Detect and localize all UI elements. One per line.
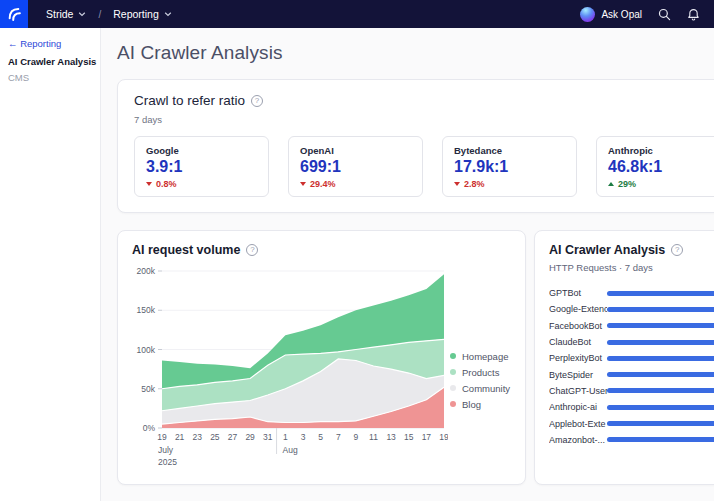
notifications-button[interactable] [687, 8, 700, 21]
stat-value: 17.9k:1 [454, 158, 565, 176]
crawler-card-subtitle: HTTP Requests · 7 days [549, 262, 714, 273]
sidebar-cms-label: CMS [8, 72, 94, 83]
stat-delta: 2.8% [454, 179, 565, 189]
crawler-bot-label: ByteSpider [549, 370, 607, 380]
svg-text:11: 11 [369, 432, 378, 442]
topbar-actions: Ask Opal [580, 7, 714, 22]
crawler-bot-label: Amazonbot-... [549, 435, 607, 445]
svg-text:2025: 2025 [158, 457, 177, 467]
stat-delta: 0.8% [146, 179, 257, 189]
crawler-bar-row: FacebookBot [549, 318, 714, 334]
stat-label: Bytedance [454, 145, 565, 156]
ratio-card-title: Crawl to refer ratio [134, 93, 245, 108]
crawler-bar-list: GPTBotGoogle-ExtencFacebookBotClaudeBotP… [549, 285, 714, 448]
stat-delta-value: 2.8% [464, 179, 485, 189]
search-icon [658, 8, 671, 21]
crawler-bot-label: ClaudeBot [549, 337, 607, 347]
stats-row: Google3.9:10.8%OpenAI699:129.4%Bytedance… [134, 136, 714, 197]
legend-item-community[interactable]: Community [450, 383, 510, 394]
breadcrumb-divider: / [98, 9, 101, 20]
charts-row: AI request volume ? 0%50k100k150k200k192… [117, 230, 714, 485]
main-content: AI Crawler Analysis Crawl to refer ratio… [101, 28, 714, 485]
help-icon[interactable]: ? [251, 95, 263, 107]
crawler-bot-label: Google-Extenc [549, 304, 607, 314]
crawler-bar-track [607, 372, 714, 377]
help-icon[interactable]: ? [671, 244, 683, 256]
stat-delta: 29% [608, 179, 714, 189]
crawler-bar [607, 291, 714, 296]
ai-request-volume-card: AI request volume ? 0%50k100k150k200k192… [117, 230, 526, 485]
sidebar-item-ai-crawler-analysis[interactable]: AI Crawler Analysis [8, 56, 94, 67]
delta-down-icon [454, 182, 460, 186]
delta-down-icon [300, 182, 306, 186]
main-area: AI Crawler Analysis Crawl to refer ratio… [101, 28, 714, 501]
workspace-menu-button[interactable]: Stride [40, 4, 92, 24]
stat-delta: 29.4% [300, 179, 411, 189]
legend-dot-icon [450, 353, 456, 359]
legend-item-products[interactable]: Products [450, 367, 510, 378]
crawler-bar-track [607, 405, 714, 410]
stat-value: 46.8k:1 [608, 158, 714, 176]
crawler-bot-label: GPTBot [549, 288, 607, 298]
stat-delta-value: 29% [618, 179, 636, 189]
svg-text:31: 31 [263, 432, 273, 442]
crawler-bar-track [607, 307, 714, 312]
ai-request-volume-chart: 0%50k100k150k200k19212325272931135791113… [132, 261, 448, 467]
legend-dot-icon [450, 401, 456, 407]
stat-card-openai: OpenAI699:129.4% [288, 136, 423, 197]
crawler-bar-row: ByteSpider [549, 366, 714, 382]
crawler-bar-row: Anthropic-ai [549, 399, 714, 415]
crawler-bar [607, 307, 714, 312]
crawler-bar-row: PerplexityBot [549, 350, 714, 366]
crawler-bar-row: GPTBot [549, 285, 714, 301]
app-window: Stride / Reporting Ask Opal [0, 0, 714, 501]
chart-legend: HomepageProductsCommunityBlog [450, 351, 510, 410]
opal-avatar [580, 7, 595, 22]
stat-label: Anthropic [608, 145, 714, 156]
search-button[interactable] [658, 8, 671, 21]
brand-logo-icon[interactable] [0, 0, 28, 28]
crawler-bar [607, 421, 714, 426]
crawler-bar-track [607, 437, 714, 442]
section-name: Reporting [113, 8, 159, 20]
body: ← Reporting AI Crawler Analysis CMS AI C… [0, 28, 714, 501]
help-icon[interactable]: ? [246, 244, 258, 256]
chevron-down-icon [164, 10, 172, 18]
crawler-bar-row: ChatGPT-User [549, 383, 714, 399]
crawler-bar-row: ClaudeBot [549, 334, 714, 350]
crawler-bar-track [607, 323, 714, 328]
workspace-name: Stride [46, 8, 73, 20]
svg-text:50k: 50k [141, 384, 155, 394]
legend-dot-icon [450, 385, 456, 391]
svg-text:13: 13 [386, 432, 396, 442]
ratio-period-label: 7 days [134, 114, 714, 125]
legend-item-homepage[interactable]: Homepage [450, 351, 510, 362]
breadcrumb: Stride / Reporting [40, 4, 178, 24]
bell-icon [687, 8, 700, 21]
crawler-bar-track [607, 291, 714, 296]
legend-label: Blog [462, 399, 481, 410]
stat-label: OpenAI [300, 145, 411, 156]
svg-text:15: 15 [404, 432, 414, 442]
crawler-bar [607, 388, 714, 393]
legend-item-blog[interactable]: Blog [450, 399, 510, 410]
legend-label: Community [462, 383, 510, 394]
stat-delta-value: 0.8% [156, 179, 177, 189]
svg-text:19: 19 [439, 432, 448, 442]
chart-wrap: 0%50k100k150k200k19212325272931135791113… [132, 261, 515, 467]
svg-text:29: 29 [245, 432, 255, 442]
ask-opal-button[interactable]: Ask Opal [580, 7, 642, 22]
legend-label: Homepage [462, 351, 508, 362]
back-to-reporting-link[interactable]: ← Reporting [8, 38, 94, 49]
stat-value: 3.9:1 [146, 158, 257, 176]
crawler-bar [607, 356, 714, 361]
ask-opal-label: Ask Opal [601, 9, 642, 20]
crawler-bar-row: Applebot-Exte [549, 415, 714, 431]
svg-text:21: 21 [175, 432, 185, 442]
svg-text:7: 7 [336, 432, 341, 442]
crawler-bar-row: Amazonbot-... [549, 432, 714, 448]
stat-value: 699:1 [300, 158, 411, 176]
crawler-bot-label: Applebot-Exte [549, 419, 607, 429]
section-menu-button[interactable]: Reporting [107, 4, 178, 24]
svg-text:0%: 0% [143, 423, 156, 433]
